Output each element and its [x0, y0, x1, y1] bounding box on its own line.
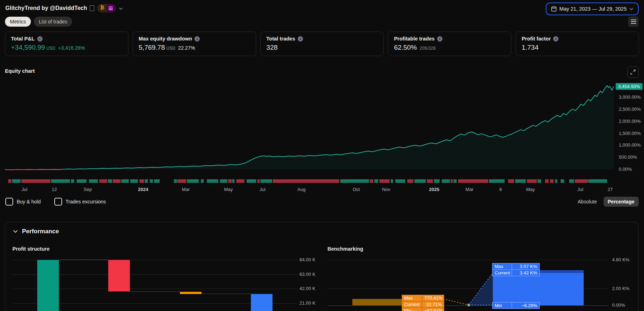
trade-segment [228, 179, 232, 183]
benchmarking-title: Benchmarking [327, 246, 363, 252]
equity-line-svg [5, 75, 614, 170]
list-icon [631, 20, 636, 20]
trade-segment [174, 179, 177, 183]
info-icon[interactable]: i [298, 36, 303, 42]
trade-segment [442, 179, 450, 183]
waterfall-bar [180, 292, 202, 294]
trade-segment [515, 179, 526, 183]
y-axis-label: 2,000.00% [619, 119, 641, 124]
trade-segment [561, 179, 564, 183]
trade-segment [89, 179, 98, 183]
card-unit: USD [46, 46, 55, 51]
equity-chart-plot[interactable] [5, 75, 614, 170]
trade-segment [232, 179, 235, 183]
missing-glyph-box [90, 5, 94, 11]
info-icon[interactable]: i [553, 36, 558, 42]
info-icon[interactable]: i [437, 36, 442, 42]
x-axis-label: 27 [607, 187, 612, 192]
card-profit-factor: Profit factori 1.734 [516, 32, 639, 56]
tooltip-value: −6.29% [512, 302, 540, 309]
checkbox-icon[interactable] [5, 198, 13, 206]
trade-segment [458, 179, 488, 183]
tooltip-label: Min [492, 302, 512, 309]
trade-segment [545, 179, 549, 183]
performance-header[interactable]: Performance [13, 228, 59, 235]
x-axis-label: 6 [499, 187, 502, 192]
absolute-button[interactable]: Absolute [578, 199, 597, 204]
card-label: Profit factor [522, 36, 551, 42]
strategy-tester-page: GlitchyTrend by @DaviddTech ₿ May 21, 20… [0, 0, 644, 311]
trade-segment [427, 179, 433, 183]
percentage-button[interactable]: Percentage [604, 197, 639, 207]
trade-segment [374, 179, 378, 183]
card-label: Total trades [266, 36, 295, 42]
info-icon[interactable]: i [194, 36, 200, 42]
buy-and-hold-toggle[interactable]: Buy & hold [5, 198, 41, 206]
x-axis-label: 2024 [138, 187, 148, 192]
card-extra: 22.27% [178, 45, 195, 51]
trade-segment [8, 179, 11, 183]
trade-segment [201, 179, 204, 183]
checkbox-icon[interactable] [54, 198, 62, 206]
trade-segment [236, 179, 244, 183]
performance-section: Performance Profit structure Benchmarkin… [5, 222, 638, 311]
trade-segment [538, 179, 541, 183]
x-axis-label: Jul [22, 187, 28, 192]
title-chevron-down-icon[interactable] [119, 5, 123, 11]
trade-segment [139, 179, 144, 183]
tooltip-label: Min [402, 307, 422, 311]
info-icon[interactable]: i [37, 36, 43, 42]
card-profitable-trades: Profitable tradesi 62.50%205/328 [388, 32, 511, 56]
trade-segment [588, 179, 607, 183]
collapse-chevron-icon [13, 230, 18, 233]
performance-title: Performance [22, 228, 59, 235]
trade-segment [550, 179, 554, 183]
waterfall-bar [108, 260, 130, 291]
profit-structure-chart[interactable]: 84.00 K63.00 K42.00 K21.00 K [12, 257, 325, 311]
trade-segment [51, 179, 70, 183]
trade-segment [121, 179, 129, 183]
toggle-label: Trades excursions [66, 199, 106, 204]
x-axis-label: Jul [260, 187, 266, 192]
tooltip-label: Current [492, 269, 512, 276]
trade-segment [21, 179, 50, 183]
trades-excursions-toggle[interactable]: Trades excursions [54, 198, 106, 206]
date-chevron-down-icon [629, 8, 633, 10]
strategy-area [493, 273, 584, 305]
toggle-label: Buy & hold [17, 199, 41, 204]
trade-segment [508, 179, 514, 183]
report-layout-button[interactable] [628, 16, 639, 27]
x-axis-label: Mar [182, 187, 189, 192]
scale-switch: Absolute Percentage [578, 197, 639, 207]
tooltip-row: Current3.42 K% [492, 269, 540, 276]
trade-segment [575, 179, 588, 183]
trade-segment [569, 179, 574, 183]
trades-outcome-strip[interactable] [5, 179, 614, 183]
tooltip-value: 22.71% [422, 301, 444, 308]
trade-segment [370, 179, 373, 183]
tooltip-value: 3.57 K% [512, 263, 540, 270]
card-extra: 205/328 [420, 46, 436, 51]
trade-segment [177, 179, 186, 183]
x-axis-label: Jul [577, 187, 583, 192]
trade-segment [414, 179, 426, 183]
card-value: +34,590.99 [11, 44, 45, 51]
profit-structure-title: Profit structure [12, 246, 50, 252]
tab-metrics[interactable]: Metrics [5, 17, 31, 27]
tooltip-label: Current [402, 301, 422, 308]
trade-segment [391, 179, 393, 183]
tab-list-of-trades[interactable]: List of trades [34, 17, 72, 27]
card-max-drawdown: Max equity drawdowni 5,769.78USD22.27% [133, 32, 256, 56]
card-unit: USD [166, 46, 175, 51]
tooltip-row: Current22.71% [402, 301, 444, 308]
tooltip-label: Max [402, 295, 422, 301]
trade-segment [453, 179, 457, 183]
trade-segment [71, 179, 74, 183]
connector-line [59, 260, 108, 260]
card-value: 5,769.78 [139, 44, 165, 51]
equity-chart-title: Equity chart [5, 68, 35, 74]
benchmarking-chart[interactable]: 4.80 K%2.00 K%0.00%Max770.41%Current22.7… [327, 257, 639, 311]
date-range-picker[interactable]: May 21, 2023 — Jul 29, 2025 [546, 2, 639, 15]
trade-segment [154, 179, 160, 183]
trade-segment [150, 179, 153, 183]
